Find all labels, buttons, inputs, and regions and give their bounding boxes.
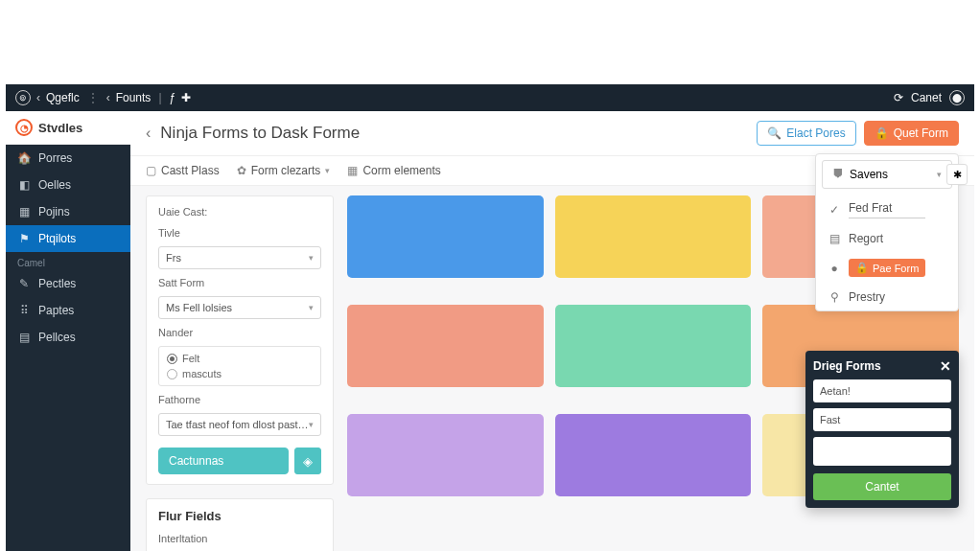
button-label: Quet Form (894, 126, 948, 140)
color-card[interactable] (555, 195, 752, 278)
tab-corm-elements[interactable]: ▦ Corm elements (347, 164, 440, 177)
label-interitation: Interltation (158, 533, 321, 544)
sidebar-group-label: Camel (6, 252, 130, 270)
label-fathorne: Fathorne (158, 394, 321, 405)
group-title: Uaie Cast: (158, 206, 321, 218)
pae-form-pill: 🔒 Pae Form (849, 259, 925, 277)
topbar: ⊚ ‹ Qgeflc ⋮ ‹ Founts | ƒ ✚ ⟳ Canet ⬤ (6, 84, 974, 111)
flur-fields-panel: Flur Fields Interltation (146, 498, 334, 551)
cactunnes-button[interactable]: Cactunnas (158, 448, 289, 474)
drag-input-2[interactable] (813, 408, 951, 431)
color-card[interactable] (555, 305, 752, 387)
drag-title: Drieg Forms (813, 359, 881, 373)
chevron-left-icon[interactable]: ‹ (106, 91, 110, 104)
chevron-down-icon: ▾ (309, 253, 314, 263)
sync-icon[interactable]: ⟳ (894, 91, 903, 104)
dd-item-prestry[interactable]: ⚲ Prestry (816, 284, 958, 310)
sidebar-item-label: Pectles (38, 277, 76, 290)
pill-label: Pae Form (873, 263, 919, 274)
user-avatar-icon[interactable]: ⬤ (949, 90, 965, 105)
user-label[interactable]: Canet (911, 91, 942, 104)
chevron-down-icon: ▾ (309, 420, 314, 429)
color-card[interactable] (347, 195, 544, 278)
select-satform[interactable]: Ms Fell lolsies ▾ (158, 296, 321, 319)
close-icon[interactable]: ✕ (940, 358, 951, 374)
sidebar-item-pellces[interactable]: ▤ Pellces (6, 324, 130, 351)
label-satform: Satt Form (158, 277, 321, 288)
button-label: Cantet (865, 480, 898, 494)
dots-icon: ⠿ (17, 304, 31, 317)
flag-icon[interactable]: ƒ (170, 91, 176, 104)
color-card[interactable] (555, 414, 752, 496)
dd-item-regert[interactable]: ▤ Regort (816, 225, 958, 252)
radio-label: mascuts (182, 368, 222, 379)
sidebar-item-label: Pellces (38, 331, 76, 344)
savens-dropdown: ⛊ Savens ▾ ✱ ✓ Fed Frat ▤ Regort ● 🔒 (815, 153, 959, 311)
tab-label: Form clezarts (251, 164, 321, 177)
search-icon: 🔍 (767, 126, 782, 140)
tab-label: Corm elements (362, 164, 440, 177)
sidebar-item-ptqilots[interactable]: ⚑ Ptqilots (6, 225, 130, 252)
page-title: Ninja Forms to Dask Forme (160, 124, 360, 143)
pencil-icon: ✎ (17, 277, 31, 290)
lock-icon: 🔒 (855, 262, 869, 274)
sidebar-item-pojins[interactable]: ▦ Pojins (6, 198, 130, 225)
drag-forms-panel[interactable]: Drieg Forms ✕ Cantet (805, 351, 959, 508)
select-fathorne[interactable]: Tae tfast neof fom dlost pastarts ▾ (158, 413, 321, 436)
chevron-left-icon[interactable]: ‹ (36, 91, 40, 104)
radio-felt[interactable]: Felt (167, 351, 313, 366)
button-label: Elact Pores (786, 126, 845, 140)
dropdown-head-label: Savens (850, 168, 888, 181)
sidebar: ◔ Stvdles 🏠 Porres ◧ Oelles ▦ Pojins ⚑ P… (6, 111, 130, 551)
topbar-brand[interactable]: Qgeflc (46, 91, 80, 104)
blocks-icon: ▦ (347, 164, 358, 177)
radio-label: Felt (182, 353, 199, 364)
flag-icon: ⚑ (17, 232, 31, 245)
settings-square-button[interactable]: ◈ (294, 448, 321, 474)
cantet-button[interactable]: Cantet (813, 473, 951, 500)
home-icon: 🏠 (17, 151, 31, 165)
color-card[interactable] (347, 305, 544, 387)
chevron-down-icon: ▾ (937, 170, 942, 179)
list-icon: ▤ (17, 331, 31, 344)
quet-form-button[interactable]: 🔒 Quet Form (864, 121, 959, 146)
radio-mascuts[interactable]: mascuts (167, 366, 313, 381)
sidebar-item-label: Pojins (38, 205, 70, 218)
tab-label: Castt Plass (161, 164, 220, 177)
dot-icon: ● (828, 262, 841, 275)
sidebar-item-oelles[interactable]: ◧ Oelles (6, 172, 130, 198)
dd-label: Fed Frat (849, 201, 925, 218)
drag-textarea[interactable] (813, 437, 951, 466)
back-icon[interactable]: ‹ (146, 125, 151, 142)
chevron-down-icon: ▾ (309, 303, 314, 312)
plus-icon[interactable]: ✚ (181, 91, 191, 104)
dd-label: Regort (849, 232, 883, 245)
logo-icon: ◔ (15, 119, 33, 136)
select-value: Frs (166, 252, 181, 264)
link-icon: ⚲ (828, 290, 841, 304)
sidebar-item-porres[interactable]: 🏠 Porres (6, 145, 130, 172)
tab-form-clezarts[interactable]: ✿ Form clezarts ▾ (237, 164, 331, 177)
dropdown-knob[interactable]: ✱ (946, 164, 968, 185)
select-title[interactable]: Frs ▾ (158, 246, 321, 269)
dropdown-head[interactable]: ⛊ Savens ▾ (822, 160, 952, 189)
topbar-section[interactable]: Founts (116, 91, 152, 104)
tab-cast-plass[interactable]: ▢ Castt Plass (146, 164, 220, 177)
gear-icon: ✿ (237, 164, 246, 177)
select-value: Tae tfast neof fom dlost pastarts (166, 419, 309, 430)
elect-pores-button[interactable]: 🔍 Elact Pores (757, 121, 855, 146)
sidebar-item-label: Porres (38, 151, 72, 165)
drag-input-1[interactable] (813, 379, 951, 402)
color-card[interactable] (347, 414, 544, 496)
form-settings-panel: Uaie Cast: Tivle Frs ▾ Satt Form Ms Fell… (146, 195, 334, 485)
sidebar-item-paptes[interactable]: ⠿ Paptes (6, 297, 130, 324)
dd-item-fedfrat[interactable]: ✓ Fed Frat (816, 195, 958, 225)
logo-text: Stvdles (38, 121, 82, 135)
squares-icon: ▦ (17, 205, 31, 218)
dd-item-pae-form[interactable]: ● 🔒 Pae Form (816, 252, 958, 284)
label-title: Tivle (158, 227, 321, 239)
radio-icon (167, 369, 177, 379)
sidebar-item-pectles[interactable]: ✎ Pectles (6, 270, 130, 297)
main: ‹ Ninja Forms to Dask Forme 🔍 Elact Pore… (130, 111, 974, 551)
logo-row[interactable]: ◔ Stvdles (6, 111, 130, 145)
